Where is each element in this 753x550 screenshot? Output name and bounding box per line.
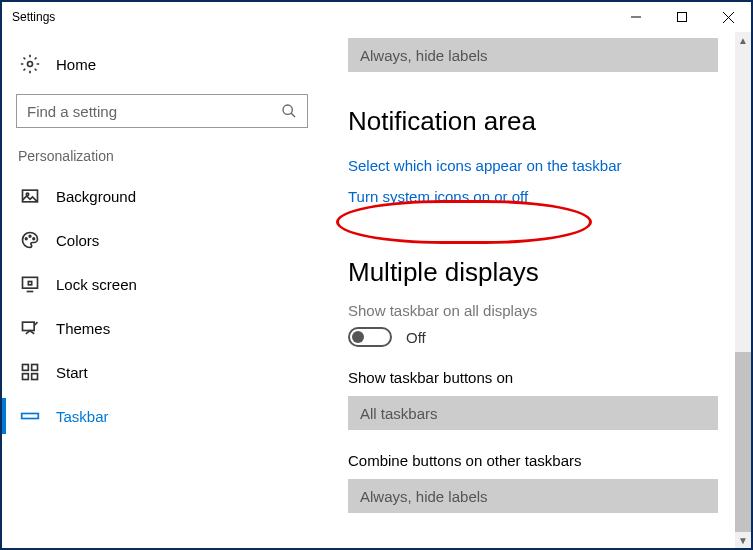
- search-input[interactable]: Find a setting: [16, 94, 308, 128]
- titlebar: Settings: [2, 2, 751, 32]
- svg-rect-1: [678, 13, 687, 22]
- notification-area-heading: Notification area: [348, 106, 737, 137]
- sidebar-item-background[interactable]: Background: [2, 174, 322, 218]
- search-icon: [281, 103, 297, 119]
- show-buttons-label: Show taskbar buttons on: [348, 369, 737, 386]
- toggle-knob: [352, 331, 364, 343]
- sidebar-item-label: Colors: [56, 232, 99, 249]
- sidebar-item-label: Taskbar: [56, 408, 109, 425]
- themes-icon: [20, 318, 40, 338]
- sidebar: Home Find a setting Personalization Back…: [2, 32, 322, 548]
- svg-rect-15: [23, 365, 29, 371]
- scroll-thumb[interactable]: [735, 352, 751, 532]
- start-icon: [20, 362, 40, 382]
- svg-rect-14: [23, 322, 35, 330]
- show-on-all-toggle[interactable]: [348, 327, 392, 347]
- combine-top-dropdown[interactable]: Always, hide labels: [348, 38, 718, 72]
- sidebar-item-label: Themes: [56, 320, 110, 337]
- search-placeholder: Find a setting: [27, 103, 281, 120]
- show-buttons-dropdown[interactable]: All taskbars: [348, 396, 718, 430]
- multiple-displays-heading: Multiple displays: [348, 257, 737, 288]
- maximize-button[interactable]: [659, 2, 705, 32]
- palette-icon: [20, 230, 40, 250]
- svg-point-5: [283, 105, 292, 114]
- gear-icon: [20, 54, 40, 74]
- lock-screen-icon: [20, 274, 40, 294]
- sidebar-item-colors[interactable]: Colors: [2, 218, 322, 262]
- vertical-scrollbar[interactable]: ▲ ▼: [735, 32, 751, 548]
- taskbar-icon: [20, 406, 40, 426]
- scroll-down-arrow[interactable]: ▼: [735, 532, 751, 548]
- combine-buttons-dropdown[interactable]: Always, hide labels: [348, 479, 718, 513]
- svg-line-6: [291, 113, 295, 117]
- main-panel: Always, hide labels Notification area Se…: [322, 32, 751, 548]
- home-nav[interactable]: Home: [2, 44, 322, 84]
- show-on-all-label: Show taskbar on all displays: [348, 302, 737, 319]
- svg-rect-12: [23, 277, 38, 288]
- sidebar-item-label: Lock screen: [56, 276, 137, 293]
- combine-buttons-label: Combine buttons on other taskbars: [348, 452, 737, 469]
- svg-point-10: [29, 235, 31, 237]
- system-icons-link[interactable]: Turn system icons on or off: [348, 182, 528, 211]
- dropdown-value: All taskbars: [360, 405, 438, 422]
- svg-rect-19: [22, 414, 39, 419]
- toggle-state-label: Off: [406, 329, 426, 346]
- scroll-up-arrow[interactable]: ▲: [735, 32, 751, 48]
- svg-rect-13: [28, 282, 31, 285]
- minimize-button[interactable]: [613, 2, 659, 32]
- sidebar-item-start[interactable]: Start: [2, 350, 322, 394]
- svg-point-11: [33, 238, 35, 240]
- svg-point-4: [28, 62, 33, 67]
- close-button[interactable]: [705, 2, 751, 32]
- svg-rect-17: [23, 374, 29, 380]
- svg-rect-16: [32, 365, 38, 371]
- dropdown-value: Always, hide labels: [360, 488, 488, 505]
- picture-icon: [20, 186, 40, 206]
- section-header: Personalization: [2, 142, 322, 174]
- svg-point-9: [25, 238, 27, 240]
- sidebar-item-taskbar[interactable]: Taskbar: [2, 394, 322, 438]
- sidebar-item-label: Start: [56, 364, 88, 381]
- sidebar-item-lock-screen[interactable]: Lock screen: [2, 262, 322, 306]
- window-title: Settings: [12, 10, 55, 24]
- home-label: Home: [56, 56, 96, 73]
- sidebar-item-label: Background: [56, 188, 136, 205]
- select-icons-link[interactable]: Select which icons appear on the taskbar: [348, 151, 737, 180]
- dropdown-value: Always, hide labels: [360, 47, 488, 64]
- sidebar-item-themes[interactable]: Themes: [2, 306, 322, 350]
- svg-rect-18: [32, 374, 38, 380]
